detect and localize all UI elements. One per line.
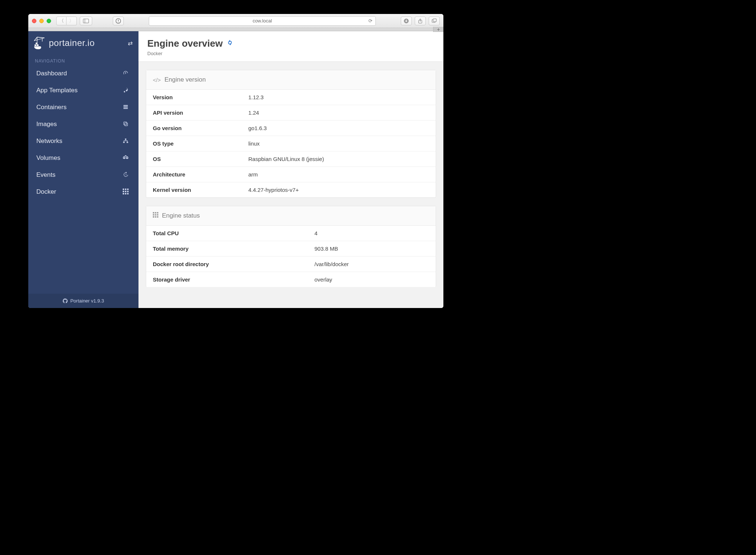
zoom-window-button[interactable] [47, 19, 51, 23]
close-window-button[interactable] [32, 19, 36, 23]
svg-rect-39 [157, 214, 158, 216]
minimize-window-button[interactable] [39, 19, 44, 23]
svg-rect-40 [153, 216, 154, 218]
svg-rect-42 [157, 216, 158, 218]
svg-rect-27 [127, 189, 129, 190]
svg-rect-18 [123, 106, 128, 107]
endpoint-switch-button[interactable]: ⇄ [128, 40, 133, 47]
table-row: Docker root directory/var/lib/docker [146, 257, 436, 272]
address-bar[interactable]: cow.local ⟳ [149, 16, 376, 26]
row-key: Total memory [146, 241, 308, 257]
reader-button[interactable] [113, 17, 124, 25]
reload-icon[interactable]: ⟳ [368, 18, 372, 24]
cubes-icon [122, 155, 129, 162]
row-value: go1.6.3 [242, 121, 436, 136]
svg-rect-36 [157, 212, 158, 214]
sidebar-item-app-templates[interactable]: App Templates [28, 82, 138, 99]
server-icon [122, 104, 129, 111]
svg-rect-33 [127, 193, 129, 194]
new-tab-button[interactable]: + [433, 27, 443, 32]
sidebar-item-label: Volumes [36, 154, 60, 162]
row-key: API version [146, 105, 242, 121]
reader-icon [115, 18, 121, 24]
panel-engine-version: </> Engine version Version1.12.3API vers… [146, 70, 436, 198]
row-key: Go version [146, 121, 242, 136]
svg-rect-22 [125, 139, 126, 140]
clone-icon [122, 121, 129, 128]
row-value: 1.24 [242, 105, 436, 121]
svg-rect-41 [155, 216, 156, 218]
svg-rect-31 [123, 193, 124, 194]
tabs-icon [431, 18, 437, 24]
table-row: Storage driveroverlay [146, 272, 436, 287]
panel-title: Engine version [165, 76, 206, 83]
share-button[interactable] [415, 17, 426, 25]
sidebar-item-networks[interactable]: Networks [28, 133, 138, 150]
downloads-button[interactable] [401, 17, 412, 25]
svg-point-4 [118, 22, 119, 22]
tab-strip: + [28, 28, 443, 31]
page-title: Engine overview [147, 38, 223, 49]
sidebar-item-label: Containers [36, 104, 66, 111]
row-key: Architecture [146, 167, 242, 182]
sidebar-item-label: Events [36, 171, 55, 179]
sidebar-footer[interactable]: Portainer v1.9.3 [28, 294, 138, 308]
rocket-icon [122, 87, 129, 94]
forward-button[interactable]: 〉 [66, 17, 77, 25]
back-button[interactable]: 〈 [56, 17, 66, 25]
sidebar: portainer.io ⇄ NAVIGATION DashboardApp T… [28, 31, 138, 308]
portainer-logo-icon [33, 36, 46, 50]
history-icon [122, 172, 129, 179]
row-value: arm [242, 167, 436, 182]
brand-text: portainer.io [49, 38, 95, 48]
table-row: Total CPU4 [146, 226, 436, 241]
sidebar-toggle-button[interactable] [80, 17, 92, 25]
brand[interactable]: portainer.io [33, 36, 95, 50]
breadcrumb: Docker [147, 51, 435, 56]
svg-rect-14 [35, 44, 36, 46]
svg-rect-8 [433, 19, 436, 22]
sidebar-item-label: Dashboard [36, 70, 67, 77]
engine-status-table: Total CPU4Total memory903.8 MBDocker roo… [146, 226, 436, 287]
sidebar-item-events[interactable]: Events [28, 166, 138, 183]
svg-rect-17 [123, 105, 128, 106]
row-value: 1.12.3 [242, 90, 436, 105]
table-row: OS typelinux [146, 136, 436, 151]
nav-list: DashboardApp TemplatesContainersImagesNe… [28, 65, 138, 200]
svg-rect-37 [153, 214, 154, 216]
brand-bar: portainer.io ⇄ [28, 31, 138, 55]
svg-rect-25 [123, 189, 124, 190]
footer-text: Portainer v1.9.3 [70, 298, 104, 304]
svg-line-10 [34, 38, 44, 41]
sidebar-item-volumes[interactable]: Volumes [28, 150, 138, 166]
row-key: Docker root directory [146, 257, 308, 272]
tachometer-icon [122, 70, 129, 77]
svg-rect-16 [36, 43, 37, 44]
row-key: OS [146, 151, 242, 167]
sidebar-item-images[interactable]: Images [28, 116, 138, 133]
svg-rect-35 [155, 212, 156, 214]
row-value: /var/lib/docker [308, 257, 436, 272]
table-row: OSRaspbian GNU/Linux 8 (jessie) [146, 151, 436, 167]
row-key: Version [146, 90, 242, 105]
sidebar-item-label: Networks [36, 137, 62, 145]
window-controls [32, 19, 51, 23]
table-row: Architecturearm [146, 167, 436, 182]
sidebar-item-docker[interactable]: Docker [28, 183, 138, 200]
sidebar-item-dashboard[interactable]: Dashboard [28, 65, 138, 82]
table-row: Kernel version4.4.27-hypriotos-v7+ [146, 182, 436, 198]
github-icon [63, 298, 69, 304]
sidebar-icon [83, 18, 89, 24]
sidebar-item-label: Images [36, 121, 57, 128]
row-value: 4.4.27-hypriotos-v7+ [242, 182, 436, 198]
svg-rect-34 [153, 212, 154, 214]
refresh-button[interactable] [226, 39, 234, 48]
svg-rect-28 [123, 191, 124, 192]
nav-back-forward: 〈 〉 [56, 17, 77, 25]
code-icon: </> [153, 77, 161, 83]
refresh-icon [226, 39, 234, 46]
row-value: overlay [308, 272, 436, 287]
svg-line-12 [37, 37, 44, 38]
tabs-button[interactable] [429, 17, 440, 25]
sidebar-item-containers[interactable]: Containers [28, 99, 138, 116]
